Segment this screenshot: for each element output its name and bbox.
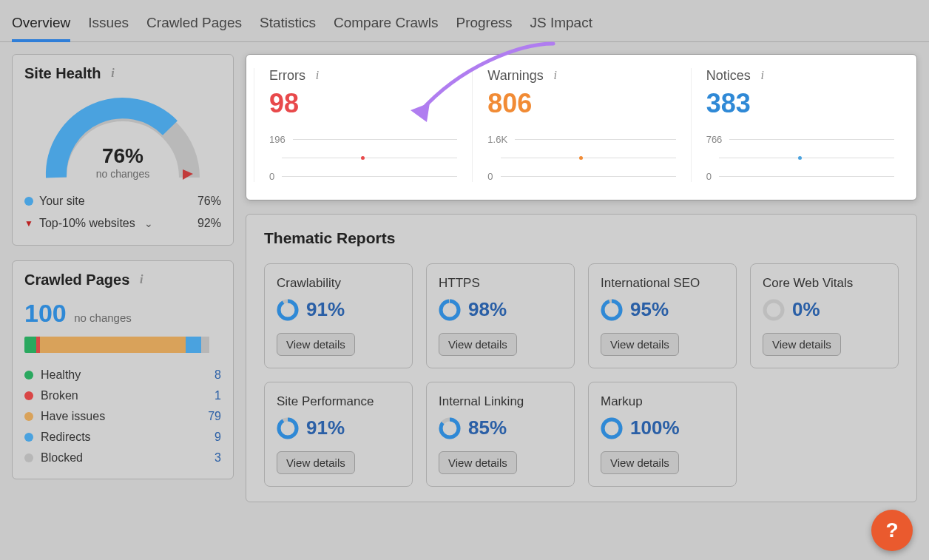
tab-bar: Overview Issues Crawled Pages Statistics…: [0, 0, 929, 42]
list-item[interactable]: Redirects9: [24, 427, 221, 448]
segment-label: Have issues: [41, 410, 105, 423]
view-details-button[interactable]: View details: [439, 333, 517, 356]
thematic-title: Thematic Reports: [264, 229, 899, 247]
report-value: 91%: [306, 416, 345, 439]
list-item[interactable]: Broken1: [24, 385, 221, 406]
dot-icon: [24, 197, 33, 206]
warnings-axis-bottom: 0: [487, 171, 493, 182]
dot-icon: [24, 433, 33, 442]
site-health-gauge: 76% no changes: [38, 92, 208, 181]
crawled-pages-legend: Healthy8Broken1Have issues79Redirects9Bl…: [24, 365, 221, 468]
tab-issues[interactable]: Issues: [88, 9, 129, 41]
info-icon[interactable]: i: [550, 70, 561, 82]
report-value: 95%: [630, 298, 669, 321]
report-title: Crawlability: [277, 276, 400, 291]
report-title: Core Web Vitals: [763, 276, 886, 291]
report-card: Internal Linking85%View details: [426, 382, 575, 487]
segment-label: Blocked: [41, 451, 83, 465]
info-icon[interactable]: i: [311, 70, 323, 82]
segment-label: Redirects: [41, 431, 91, 444]
errors-col[interactable]: Errors i 98 196 0 0: [254, 68, 472, 182]
notices-sparkline: 766 0 0: [706, 134, 894, 182]
tab-js-impact[interactable]: JS Impact: [530, 9, 592, 41]
warnings-col[interactable]: Warnings i 806 1.6K 0 0: [472, 68, 690, 182]
svg-point-5: [441, 301, 459, 319]
view-details-button[interactable]: View details: [277, 451, 355, 474]
legend-top10-value: 92%: [197, 217, 221, 230]
donut-icon: [601, 299, 623, 321]
crawled-pages-card: Crawled Pages i 100 no changes Healthy8B…: [12, 260, 234, 479]
site-health-header: Site Health i: [24, 65, 221, 82]
site-health-title: Site Health: [24, 65, 101, 82]
warnings-label: Warnings: [487, 68, 543, 84]
notices-value: 383: [706, 88, 894, 119]
donut-icon: [439, 417, 461, 439]
report-value: 91%: [306, 298, 345, 321]
thematic-reports-panel: Thematic Reports Crawlability91%View det…: [246, 214, 917, 502]
segment-count: 79: [203, 410, 221, 423]
svg-point-15: [603, 419, 621, 437]
legend-top10-label: Top-10% websites: [39, 217, 135, 230]
info-icon[interactable]: i: [135, 274, 147, 286]
legend-your-site: Your site 76%: [24, 190, 221, 212]
view-details-button[interactable]: View details: [277, 333, 355, 356]
report-title: Internal Linking: [439, 394, 562, 409]
report-title: International SEO: [601, 276, 724, 291]
donut-icon: [439, 299, 461, 321]
crawled-pages-sub: no changes: [74, 311, 132, 324]
errors-axis-bottom: 0: [269, 171, 274, 182]
site-health-sub: no changes: [38, 168, 208, 180]
list-item[interactable]: Have issues79: [24, 406, 221, 427]
site-health-percent: 76%: [38, 144, 208, 168]
notices-axis-bottom: 0: [706, 171, 712, 182]
svg-point-11: [279, 419, 297, 437]
tab-crawled-pages[interactable]: Crawled Pages: [146, 9, 242, 41]
tab-progress[interactable]: Progress: [456, 9, 512, 41]
report-value: 98%: [468, 298, 507, 321]
report-value: 85%: [468, 416, 507, 439]
notices-col[interactable]: Notices i 383 766 0 0: [691, 68, 909, 182]
bar-segment: [201, 337, 209, 353]
warnings-value: 806: [487, 88, 675, 119]
report-card: Core Web Vitals0%View details: [750, 263, 899, 368]
tab-statistics[interactable]: Statistics: [260, 9, 316, 41]
report-card: HTTPS98%View details: [426, 263, 575, 368]
dot-icon: [24, 412, 33, 421]
view-details-button[interactable]: View details: [763, 333, 841, 356]
info-icon[interactable]: i: [107, 68, 118, 80]
chevron-down-icon: ⌄: [144, 217, 153, 229]
view-details-button[interactable]: View details: [601, 333, 679, 356]
view-details-button[interactable]: View details: [439, 451, 517, 474]
errors-value: 98: [269, 88, 457, 119]
dot-icon: [24, 371, 33, 379]
donut-icon: [763, 299, 785, 321]
view-details-button[interactable]: View details: [601, 451, 679, 474]
warnings-axis-top: 1.6K: [487, 134, 507, 145]
bar-segment: [40, 337, 186, 353]
crawled-pages-header: Crawled Pages i: [24, 271, 221, 289]
legend-your-site-label: Your site: [39, 195, 85, 208]
dot-icon: [24, 391, 33, 400]
bar-segment: [186, 337, 201, 353]
segment-label: Broken: [41, 389, 78, 402]
svg-point-8: [765, 301, 783, 319]
list-item[interactable]: Blocked3: [24, 448, 221, 468]
tab-compare-crawls[interactable]: Compare Crawls: [334, 9, 438, 41]
list-item[interactable]: Healthy8: [24, 365, 221, 385]
report-card: International SEO95%View details: [588, 263, 737, 368]
legend-your-site-value: 76%: [197, 195, 221, 208]
report-title: Markup: [601, 394, 724, 409]
tab-overview[interactable]: Overview: [12, 9, 70, 41]
report-card: Crawlability91%View details: [264, 263, 413, 368]
donut-icon: [277, 299, 299, 321]
triangle-down-icon: ▼: [24, 218, 33, 229]
report-card: Markup100%View details: [588, 382, 737, 487]
warnings-sparkline: 1.6K 0 0: [487, 134, 675, 182]
donut-icon: [601, 417, 623, 439]
crawled-pages-title: Crawled Pages: [24, 271, 129, 289]
report-title: Site Performance: [277, 394, 400, 409]
help-button[interactable]: ?: [871, 510, 913, 551]
report-value: 0%: [792, 298, 820, 321]
info-icon[interactable]: i: [757, 70, 768, 82]
legend-top10[interactable]: ▼ Top-10% websites ⌄ 92%: [24, 212, 221, 235]
